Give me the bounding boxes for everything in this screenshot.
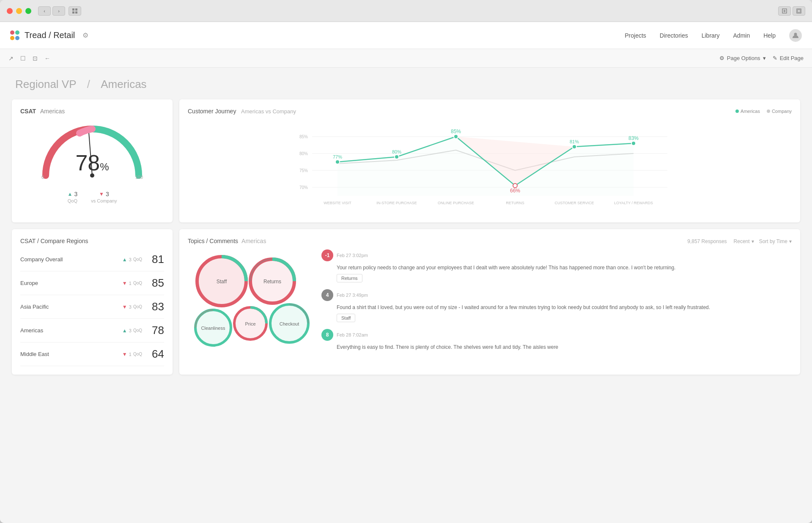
svg-point-19 bbox=[335, 160, 340, 164]
journey-subtitle: Americas vs Company bbox=[241, 108, 296, 115]
trend-value: 1 bbox=[129, 352, 132, 357]
nav-help[interactable]: Help bbox=[763, 32, 776, 39]
nav-library[interactable]: Library bbox=[702, 32, 720, 39]
svg-text:IN-STORE PURCHASE: IN-STORE PURCHASE bbox=[376, 201, 417, 205]
minimize-button[interactable] bbox=[16, 8, 22, 14]
vs-arrow: ▼ bbox=[99, 191, 104, 197]
page-options-label: Page Options bbox=[727, 55, 760, 61]
legend-company: Company bbox=[767, 109, 792, 114]
svg-text:Cleanliness: Cleanliness bbox=[201, 326, 225, 331]
fullscreen-button[interactable] bbox=[25, 8, 31, 14]
journey-header: Customer Journey Americas vs Company Ame… bbox=[188, 108, 792, 115]
nav-admin[interactable]: Admin bbox=[733, 32, 750, 39]
sort-filter[interactable]: Sort by Time ▾ bbox=[759, 238, 792, 244]
svg-text:WEBSITE VISIT: WEBSITE VISIT bbox=[324, 201, 351, 205]
csat-card-title: CSAT Americas bbox=[20, 108, 164, 115]
region-name-company: Company Overall bbox=[20, 256, 122, 263]
journey-title-area: Customer Journey Americas vs Company bbox=[188, 108, 296, 115]
back-button[interactable]: ‹ bbox=[38, 6, 51, 16]
region-score-middleeast: 64 bbox=[149, 348, 164, 361]
comment-badge-1: -1 bbox=[321, 249, 333, 261]
comment-badge-3: 8 bbox=[321, 329, 333, 341]
trend-value: 3 bbox=[129, 304, 132, 309]
svg-point-24 bbox=[631, 141, 636, 145]
region-trend-americas: ▲ 3 QoQ bbox=[122, 328, 142, 334]
comment-item-2: 4 Feb 27 3:49pm Found a shirt that I lov… bbox=[321, 289, 792, 322]
svg-text:70%: 70% bbox=[299, 185, 308, 190]
journey-card: Customer Journey Americas vs Company Ame… bbox=[179, 99, 800, 222]
topics-bubbles-svg: Staff Returns Price bbox=[188, 249, 315, 351]
csat-card: CSAT Americas bbox=[12, 99, 173, 222]
toolbar-right: ⚙ Page Options ▾ ✎ Edit Page bbox=[719, 55, 804, 61]
window-action-1[interactable] bbox=[778, 6, 791, 16]
settings-icon[interactable]: ⚙ bbox=[82, 31, 88, 39]
grid-view-button[interactable] bbox=[69, 6, 81, 16]
share-icon[interactable]: ↗ bbox=[8, 55, 14, 62]
logo-dot-3 bbox=[10, 36, 14, 40]
comment-time-1: Feb 27 3:02pm bbox=[337, 253, 368, 258]
svg-text:75%: 75% bbox=[299, 168, 308, 173]
dashboard-row2: CSAT / Compare Regions Company Overall ▲… bbox=[12, 229, 800, 375]
svg-rect-5 bbox=[798, 10, 800, 12]
nav-projects[interactable]: Projects bbox=[625, 32, 646, 39]
region-trend-company: ▲ 3 QoQ bbox=[122, 257, 142, 263]
topics-header: Topics / Comments Americas 9,857 Respons… bbox=[188, 238, 792, 244]
save-icon[interactable]: ☐ bbox=[20, 55, 26, 62]
svg-text:83%: 83% bbox=[628, 135, 639, 141]
region-row-europe[interactable]: Europe ▼ 1 QoQ 85 bbox=[20, 271, 164, 295]
svg-text:77%: 77% bbox=[333, 154, 342, 159]
gauge-value: 78% bbox=[75, 150, 109, 175]
region-name-europe: Europe bbox=[20, 280, 122, 286]
legend-americas: Americas bbox=[735, 109, 760, 114]
comment-item-3: 8 Feb 28 7:02am Everything is easy to fi… bbox=[321, 329, 792, 351]
gauge-max: 100 bbox=[135, 175, 143, 180]
region-row-middleeast[interactable]: Middle East ▼ 1 QoQ 64 bbox=[20, 342, 164, 366]
top-nav: Tread / Retail ⚙ Projects Directories Li… bbox=[0, 22, 812, 49]
region-trend-middleeast: ▼ 1 QoQ bbox=[122, 351, 142, 357]
page-options-button[interactable]: ⚙ Page Options ▾ bbox=[719, 55, 766, 61]
qoq-arrow: ▲ bbox=[68, 191, 73, 197]
gauge-number: 78 bbox=[75, 151, 100, 175]
nav-links: Projects Directories Library Admin Help bbox=[625, 29, 802, 42]
svg-point-22 bbox=[513, 183, 517, 188]
breadcrumb-part1: Regional VP bbox=[15, 78, 77, 90]
csat-region: Americas bbox=[40, 108, 65, 115]
user-avatar[interactable] bbox=[789, 29, 802, 42]
comment-tag-1[interactable]: Returns bbox=[337, 274, 362, 282]
svg-text:LOYALTY / REWARDS: LOYALTY / REWARDS bbox=[614, 201, 653, 205]
brand-title: Tread / Retail bbox=[25, 30, 75, 40]
mac-window-controls[interactable] bbox=[7, 8, 31, 14]
window-action-2[interactable] bbox=[793, 6, 805, 16]
page-content: Regional VP / Americas CSAT Americas bbox=[0, 68, 812, 523]
trend-arrow: ▲ bbox=[122, 328, 127, 334]
region-row-asia[interactable]: Asia Pacific ▼ 3 QoQ 83 bbox=[20, 295, 164, 319]
region-row-americas[interactable]: Americas ▲ 3 QoQ 78 bbox=[20, 319, 164, 342]
gear-icon: ⚙ bbox=[719, 55, 724, 61]
region-name-americas: Americas bbox=[20, 327, 122, 334]
svg-text:66%: 66% bbox=[510, 188, 520, 194]
svg-text:Returns: Returns bbox=[263, 279, 281, 285]
comment-tag-2[interactable]: Staff bbox=[337, 314, 355, 322]
gauge: 78% 0 100 bbox=[37, 120, 147, 180]
brand-logo bbox=[10, 30, 20, 41]
comments-area: -1 Feb 27 3:02pm Your return policy need… bbox=[321, 249, 792, 358]
back-icon[interactable]: ← bbox=[44, 55, 50, 62]
region-score-europe: 85 bbox=[149, 277, 164, 290]
trend-value: 3 bbox=[129, 328, 132, 333]
logo-dot-1 bbox=[10, 30, 14, 35]
trend-value: 3 bbox=[129, 257, 132, 262]
region-score-asia: 83 bbox=[149, 300, 164, 313]
region-trend-asia: ▼ 3 QoQ bbox=[122, 304, 142, 310]
svg-rect-3 bbox=[75, 11, 77, 14]
close-button[interactable] bbox=[7, 8, 13, 14]
toolbar-left: ↗ ☐ ⊡ ← bbox=[8, 55, 50, 62]
vs-metric: ▼ 3 vs Company bbox=[91, 191, 117, 203]
forward-button[interactable]: › bbox=[52, 6, 65, 16]
region-row-company[interactable]: Company Overall ▲ 3 QoQ 81 bbox=[20, 248, 164, 271]
edit-page-button[interactable]: ✎ Edit Page bbox=[773, 55, 804, 61]
copy-icon[interactable]: ⊡ bbox=[33, 55, 38, 62]
recent-filter[interactable]: Recent ▾ bbox=[734, 238, 754, 244]
dashboard-row1: CSAT Americas bbox=[12, 99, 800, 222]
svg-text:CUSTOMER SERVICE: CUSTOMER SERVICE bbox=[554, 201, 594, 205]
nav-directories[interactable]: Directories bbox=[660, 32, 688, 39]
